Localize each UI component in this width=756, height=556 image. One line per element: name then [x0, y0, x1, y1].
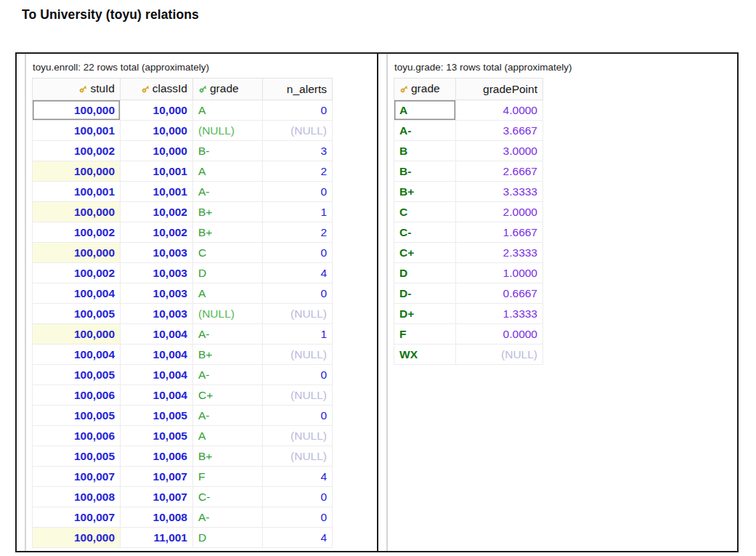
enroll-cell-classid[interactable]: 10,004 [121, 385, 193, 406]
enroll-cell-stuid[interactable]: 100,001 [33, 182, 121, 202]
enroll-cell-stuid[interactable]: 100,005 [33, 304, 121, 324]
enroll-cell-grade[interactable]: F [193, 467, 263, 487]
enroll-cell-n-alerts[interactable]: 0 [263, 100, 333, 121]
enroll-cell-stuid[interactable]: 100,005 [33, 406, 121, 426]
enroll-cell-grade[interactable]: A [193, 100, 263, 121]
enroll-cell-stuid[interactable]: 100,002 [33, 222, 121, 243]
enroll-cell-classid[interactable]: 10,007 [121, 487, 193, 507]
enroll-cell-stuid[interactable]: 100,007 [33, 507, 121, 528]
grade-cell-grade[interactable]: C+ [394, 243, 456, 263]
enroll-cell-n-alerts[interactable]: 4 [263, 528, 333, 548]
enroll-cell-n-alerts[interactable]: 3 [263, 141, 333, 161]
enroll-column-header-classid[interactable]: classId [121, 78, 193, 100]
enroll-cell-n-alerts[interactable]: 2 [263, 161, 333, 182]
enroll-cell-grade[interactable]: B+ [193, 202, 263, 222]
enroll-cell-classid[interactable]: 10,003 [121, 263, 193, 283]
grade-column-header-gradepoint[interactable]: gradePoint [456, 78, 543, 100]
enroll-cell-n-alerts[interactable]: 1 [263, 324, 333, 345]
enroll-cell-grade[interactable]: A [193, 161, 263, 182]
enroll-cell-stuid[interactable]: 100,000 [33, 202, 121, 222]
grade-cell-gradepoint[interactable]: (NULL) [456, 345, 543, 365]
enroll-cell-grade[interactable]: A- [193, 324, 263, 345]
enroll-cell-stuid[interactable]: 100,000 [33, 324, 121, 345]
grade-cell-gradepoint[interactable]: 1.6667 [456, 222, 543, 243]
enroll-cell-classid[interactable]: 10,004 [121, 324, 193, 345]
enroll-cell-grade[interactable]: D [193, 528, 263, 548]
enroll-cell-grade[interactable]: A- [193, 365, 263, 385]
grade-cell-grade[interactable]: A- [394, 121, 456, 141]
grade-cell-grade[interactable]: B [394, 141, 456, 161]
enroll-cell-n-alerts[interactable]: (NULL) [263, 304, 333, 324]
enroll-cell-n-alerts[interactable]: 0 [263, 406, 333, 426]
enroll-cell-n-alerts[interactable]: 0 [263, 365, 333, 385]
grade-cell-gradepoint[interactable]: 2.6667 [456, 161, 543, 182]
grade-cell-grade[interactable]: D+ [394, 304, 456, 324]
enroll-cell-classid[interactable]: 10,008 [121, 507, 193, 528]
enroll-cell-n-alerts[interactable]: 2 [263, 222, 333, 243]
enroll-cell-stuid[interactable]: 100,001 [33, 121, 121, 141]
enroll-cell-stuid[interactable]: 100,002 [33, 141, 121, 161]
enroll-cell-n-alerts[interactable]: 0 [263, 507, 333, 528]
enroll-cell-grade[interactable]: (NULL) [193, 304, 263, 324]
enroll-cell-grade[interactable]: D [193, 263, 263, 283]
enroll-cell-grade[interactable]: A- [193, 507, 263, 528]
enroll-cell-grade[interactable]: (NULL) [193, 121, 263, 141]
enroll-cell-stuid[interactable]: 100,000 [33, 100, 121, 121]
grade-cell-gradepoint[interactable]: 3.0000 [456, 141, 543, 161]
grade-cell-grade[interactable]: WX [394, 345, 456, 365]
grade-cell-gradepoint[interactable]: 1.3333 [456, 304, 543, 324]
enroll-cell-stuid[interactable]: 100,000 [33, 528, 121, 548]
enroll-cell-stuid[interactable]: 100,004 [33, 345, 121, 365]
enroll-cell-grade[interactable]: B+ [193, 345, 263, 365]
enroll-cell-grade[interactable]: B+ [193, 446, 263, 467]
enroll-column-header-grade[interactable]: grade [193, 78, 263, 100]
enroll-cell-classid[interactable]: 10,004 [121, 345, 193, 365]
enroll-cell-grade[interactable]: C+ [193, 385, 263, 406]
grade-cell-grade[interactable]: B- [394, 161, 456, 182]
enroll-cell-stuid[interactable]: 100,000 [33, 161, 121, 182]
grade-cell-gradepoint[interactable]: 0.0000 [456, 324, 543, 345]
grade-column-header-grade[interactable]: grade [394, 78, 456, 100]
enroll-cell-n-alerts[interactable]: 4 [263, 467, 333, 487]
grade-cell-gradepoint[interactable]: 4.0000 [456, 100, 543, 121]
enroll-cell-grade[interactable]: C [193, 243, 263, 263]
enroll-cell-classid[interactable]: 10,000 [121, 121, 193, 141]
enroll-cell-grade[interactable]: C- [193, 487, 263, 507]
enroll-cell-classid[interactable]: 11,001 [121, 528, 193, 548]
enroll-cell-stuid[interactable]: 100,007 [33, 467, 121, 487]
enroll-cell-n-alerts[interactable]: 1 [263, 202, 333, 222]
enroll-cell-n-alerts[interactable]: 0 [263, 182, 333, 202]
enroll-cell-stuid[interactable]: 100,006 [33, 426, 121, 446]
enroll-cell-classid[interactable]: 10,002 [121, 222, 193, 243]
enroll-column-header-n-alerts[interactable]: n_alerts [263, 78, 333, 100]
grade-cell-gradepoint[interactable]: 3.6667 [456, 121, 543, 141]
enroll-cell-classid[interactable]: 10,002 [121, 202, 193, 222]
grade-cell-grade[interactable]: B+ [394, 182, 456, 202]
enroll-cell-stuid[interactable]: 100,008 [33, 487, 121, 507]
enroll-cell-stuid[interactable]: 100,000 [33, 243, 121, 263]
enroll-cell-classid[interactable]: 10,003 [121, 304, 193, 324]
enroll-column-header-stuid[interactable]: stuId [33, 78, 121, 100]
enroll-cell-n-alerts[interactable]: 0 [263, 487, 333, 507]
enroll-cell-classid[interactable]: 10,003 [121, 243, 193, 263]
enroll-cell-classid[interactable]: 10,003 [121, 283, 193, 304]
enroll-cell-grade[interactable]: A [193, 283, 263, 304]
enroll-cell-grade[interactable]: B+ [193, 222, 263, 243]
enroll-cell-n-alerts[interactable]: 0 [263, 243, 333, 263]
enroll-cell-stuid[interactable]: 100,005 [33, 365, 121, 385]
enroll-cell-classid[interactable]: 10,000 [121, 100, 193, 121]
enroll-cell-n-alerts[interactable]: (NULL) [263, 426, 333, 446]
enroll-cell-classid[interactable]: 10,005 [121, 426, 193, 446]
grade-cell-gradepoint[interactable]: 2.3333 [456, 243, 543, 263]
grade-cell-gradepoint[interactable]: 3.3333 [456, 182, 543, 202]
enroll-cell-n-alerts[interactable]: (NULL) [263, 446, 333, 467]
grade-cell-gradepoint[interactable]: 2.0000 [456, 202, 543, 222]
enroll-cell-classid[interactable]: 10,001 [121, 161, 193, 182]
enroll-cell-classid[interactable]: 10,001 [121, 182, 193, 202]
enroll-cell-classid[interactable]: 10,006 [121, 446, 193, 467]
enroll-cell-grade[interactable]: A- [193, 406, 263, 426]
enroll-cell-stuid[interactable]: 100,004 [33, 283, 121, 304]
enroll-cell-grade[interactable]: B- [193, 141, 263, 161]
enroll-cell-grade[interactable]: A- [193, 182, 263, 202]
enroll-cell-n-alerts[interactable]: (NULL) [263, 385, 333, 406]
